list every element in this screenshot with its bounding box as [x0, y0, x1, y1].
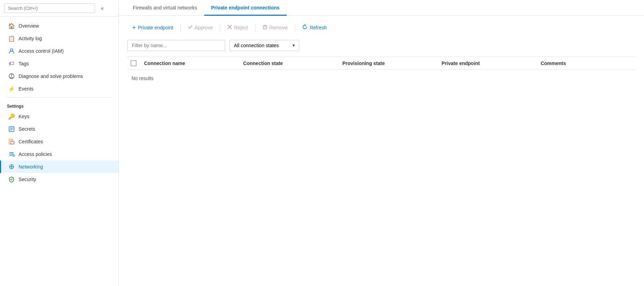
keys-icon: 🔑: [8, 113, 15, 120]
svg-point-13: [13, 155, 15, 157]
sidebar-item-overview[interactable]: 🏠 Overview: [0, 20, 119, 32]
trash-icon: [263, 24, 267, 30]
refresh-button[interactable]: Refresh: [297, 22, 332, 33]
certificates-icon: [8, 138, 15, 145]
sidebar-item-label: Access control (IAM): [19, 48, 64, 54]
events-icon: ⚡: [8, 85, 15, 92]
toolbar-separator-3: [255, 24, 256, 31]
sidebar-item-tags[interactable]: 🏷 Tags: [0, 57, 119, 70]
sidebar-item-label: Events: [19, 86, 34, 92]
sidebar-item-label: Networking: [19, 164, 43, 170]
diagnose-icon: [8, 73, 15, 80]
sidebar-item-label: Tags: [19, 61, 29, 66]
activity-log-icon: 📋: [8, 35, 15, 42]
sidebar-item-keys[interactable]: 🔑 Keys: [0, 110, 119, 123]
tags-icon: 🏷: [8, 60, 15, 67]
header-checkbox-cell: [127, 60, 140, 66]
sidebar-item-label: Activity log: [19, 36, 42, 41]
add-icon: +: [132, 24, 136, 31]
sidebar-item-events[interactable]: ⚡ Events: [0, 83, 119, 95]
sidebar-item-label: Certificates: [19, 139, 43, 144]
sidebar-item-security[interactable]: Security: [0, 173, 119, 186]
overview-icon: 🏠: [8, 22, 15, 29]
sidebar-item-label: Access policies: [19, 151, 52, 157]
toolbar-separator-4: [295, 24, 295, 31]
sidebar: « 🏠 Overview 📋 Activity log Access contr…: [0, 0, 119, 286]
toolbar: + Private endpoint Approve Reject: [127, 22, 636, 33]
sidebar-item-label: Security: [19, 177, 36, 182]
collapse-sidebar-button[interactable]: «: [98, 4, 107, 13]
sidebar-item-networking[interactable]: Networking: [0, 160, 119, 173]
sidebar-search-container: «: [0, 0, 119, 17]
header-private-endpoint: Private endpoint: [437, 60, 537, 66]
sidebar-item-diagnose[interactable]: Diagnose and solve problems: [0, 70, 119, 83]
toolbar-separator-1: [180, 24, 181, 31]
main-content: Firewalls and virtual networks Private e…: [119, 0, 644, 286]
reject-button[interactable]: Reject: [222, 22, 253, 33]
sidebar-item-label: Overview: [19, 23, 39, 29]
tab-bar: Firewalls and virtual networks Private e…: [119, 0, 644, 16]
access-policies-icon: [8, 151, 15, 158]
sidebar-item-access-policies[interactable]: Access policies: [0, 148, 119, 160]
sidebar-item-label: Keys: [19, 114, 29, 119]
search-input[interactable]: [4, 3, 95, 13]
table-header: Connection name Connection state Provisi…: [127, 57, 636, 70]
sidebar-item-label: Secrets: [19, 126, 35, 132]
header-comments: Comments: [536, 60, 636, 66]
toolbar-separator-2: [220, 24, 220, 31]
secrets-icon: [8, 126, 15, 133]
approve-button[interactable]: Approve: [183, 22, 218, 33]
filter-by-name-input[interactable]: [127, 40, 225, 51]
connection-state-filter: All connection states Approved Pending R…: [229, 40, 299, 51]
tab-private-endpoints[interactable]: Private endpoint connections: [204, 0, 287, 16]
networking-icon: [8, 163, 15, 170]
security-icon: [8, 176, 15, 183]
sidebar-item-iam[interactable]: Access control (IAM): [0, 45, 119, 57]
tab-firewalls[interactable]: Firewalls and virtual networks: [126, 0, 204, 16]
sidebar-item-secrets[interactable]: Secrets: [0, 123, 119, 135]
add-endpoint-button[interactable]: + Private endpoint: [127, 22, 178, 33]
filters-row: All connection states Approved Pending R…: [127, 40, 636, 51]
sidebar-divider: [7, 97, 112, 98]
svg-rect-14: [263, 26, 267, 29]
select-all-checkbox[interactable]: [131, 60, 136, 66]
header-connection-name: Connection name: [140, 60, 239, 66]
x-icon: [227, 24, 232, 30]
sidebar-item-activity-log[interactable]: 📋 Activity log: [0, 32, 119, 45]
check-icon: [188, 24, 193, 30]
svg-rect-7: [11, 141, 14, 144]
refresh-icon: [302, 24, 308, 31]
remove-button[interactable]: Remove: [258, 22, 293, 33]
content-area: + Private endpoint Approve Reject: [119, 16, 644, 286]
iam-icon: [8, 48, 15, 55]
connection-state-select[interactable]: All connection states Approved Pending R…: [229, 40, 299, 51]
header-connection-state: Connection state: [239, 60, 338, 66]
sidebar-item-label: Diagnose and solve problems: [19, 73, 83, 79]
settings-section-label: Settings: [0, 100, 119, 110]
no-results-message: No results: [127, 70, 636, 87]
sidebar-nav: 🏠 Overview 📋 Activity log Access control…: [0, 17, 119, 286]
header-provisioning-state: Provisioning state: [338, 60, 437, 66]
table-container: Connection name Connection state Provisi…: [127, 57, 636, 87]
sidebar-item-certificates[interactable]: Certificates: [0, 135, 119, 148]
